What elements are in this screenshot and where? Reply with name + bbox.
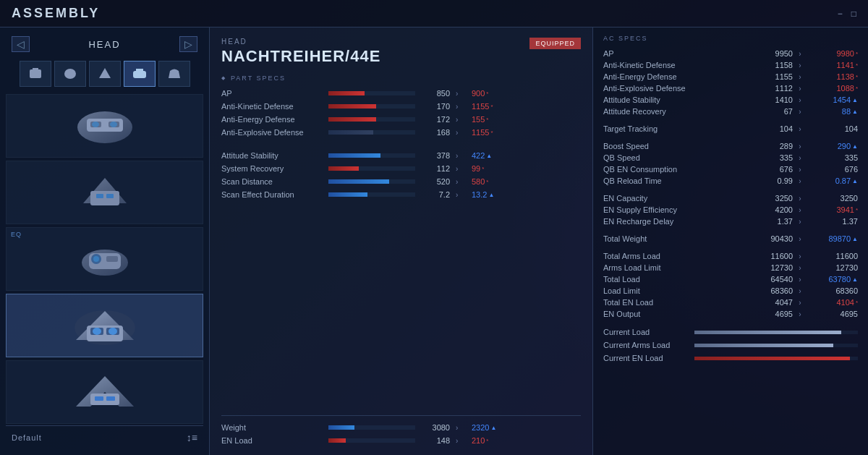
part-tab-4[interactable] <box>124 61 156 87</box>
spec-value-scan-distance: 520 <box>421 177 450 186</box>
ac-spec-row-total-en-load: Total EN Load 4047 › 4104 * <box>603 297 858 308</box>
spec-new-value-ap: 900 * <box>472 89 511 98</box>
ac-spec-arrow-boost-speed: › <box>793 143 807 150</box>
ac-spec-row-anti-kinetic: Anti-Kinetic Defense 1158 › 1141 * <box>603 59 858 71</box>
ac-spec-new-attitude-stability: 1454 ▲ <box>807 95 858 104</box>
ac-bar-fill-current-arms-load <box>694 344 833 347</box>
spec-bar-fill-anti-energy <box>328 117 376 122</box>
spec-bar-fill-scan-effect-duration <box>328 192 367 197</box>
ac-spec-name-qb-en-consumption: QB EN Consumption <box>603 165 749 174</box>
ac-spec-new-qb-speed: 335 <box>807 153 858 162</box>
list-item[interactable] <box>6 294 203 357</box>
middle-panel: HEAD NACHTREIHER/44E EQUIPPED PART SPECS… <box>210 27 593 455</box>
ac-spec-row-total-arms-load: Total Arms Load 11600 › 11600 <box>603 250 858 262</box>
svg-point-13 <box>92 122 99 127</box>
ac-spec-current-total-load: 64540 <box>749 275 793 284</box>
ac-spec-name-anti-energy: Anti-Energy Defense <box>603 72 749 81</box>
restore-button[interactable]: □ <box>851 9 856 19</box>
spec-row-system-recovery: System Recovery 112 › 99 * <box>221 164 581 173</box>
parts-list <box>6 94 203 425</box>
ac-spec-new-load-limit: 68360 <box>807 286 858 295</box>
ac-spec-new-boost-speed: 290 ▲ <box>807 142 858 150</box>
ac-spec-current-arms-load-limit: 12730 <box>749 263 793 272</box>
part-image-3 <box>61 234 148 284</box>
ac-spec-row-ap: AP 9950 › 9980 * <box>603 48 858 59</box>
svg-marker-4 <box>99 68 111 78</box>
sort-icon[interactable]: ↕≡ <box>187 432 197 443</box>
ac-spec-name-ap: AP <box>603 49 749 58</box>
ac-spec-row-qb-speed: QB Speed 335 › 335 <box>603 152 858 163</box>
content-area: ◁ HEAD ▷ <box>0 27 868 455</box>
ac-spec-name-total-arms-load: Total Arms Load <box>603 252 749 260</box>
ac-spec-new-en-recharge-delay: 1.37 <box>807 217 858 226</box>
list-item[interactable] <box>6 227 203 291</box>
ac-specs-label: AC SPECS <box>603 35 858 42</box>
part-tab-3[interactable] <box>89 61 121 87</box>
ac-spec-row-target-tracking: Target Tracking 104 › 104 <box>603 123 858 135</box>
ac-spec-arrow-total-arms-load: › <box>793 252 807 260</box>
ac-spec-name-load-limit: Load Limit <box>603 286 749 295</box>
ac-spec-current-qb-en-consumption: 676 <box>749 165 793 174</box>
ac-spec-name-total-weight: Total Weight <box>603 234 749 243</box>
spec-arrow-anti-explosive: › <box>456 129 466 137</box>
ac-spec-row-en-output: EN Output 4695 › 4695 <box>603 308 858 320</box>
list-item[interactable] <box>6 94 203 158</box>
spec-row-attitude-stability: Attitude Stability 378 › 422 ▲ <box>221 151 581 160</box>
ac-spec-new-anti-energy: 1138 * <box>807 72 858 81</box>
ac-spec-new-en-output: 4695 <box>807 310 858 318</box>
spec-label-en-load: EN Load <box>221 436 323 445</box>
ac-spec-current-anti-kinetic: 1158 <box>749 61 793 69</box>
spec-bar-en-load <box>328 438 415 443</box>
ac-spec-name-anti-explosive: Anti-Explosive Defense <box>603 84 749 93</box>
ac-spec-current-ap: 9950 <box>749 49 793 58</box>
ac-spec-current-en-recharge-delay: 1.37 <box>749 217 793 226</box>
ac-spec-arrow-qb-reload-time: › <box>793 177 807 185</box>
spec-new-value-scan-distance: 580 * <box>472 177 511 186</box>
ac-spec-new-en-supply-efficiency: 3941 * <box>807 205 858 214</box>
svg-point-29 <box>93 328 101 335</box>
spec-new-value-system-recovery: 99 * <box>472 164 511 173</box>
svg-point-14 <box>110 122 117 127</box>
list-item[interactable] <box>6 360 203 424</box>
svg-point-22 <box>93 256 99 262</box>
ac-spec-name-anti-kinetic: Anti-Kinetic Defense <box>603 61 749 69</box>
part-tab-5[interactable] <box>158 61 190 87</box>
ac-spec-new-qb-reload-time: 0.87 ▲ <box>807 177 858 185</box>
spec-bar-anti-explosive <box>328 130 415 135</box>
minimize-button[interactable]: − <box>838 9 843 19</box>
ac-spec-row-total-load: Total Load 64540 › 63780 ▲ <box>603 273 858 285</box>
part-tab-1[interactable] <box>20 61 51 87</box>
nav-right-button[interactable]: ▷ <box>179 36 197 52</box>
spec-bar-fill-system-recovery <box>328 166 359 171</box>
ac-spec-name-target-tracking: Target Tracking <box>603 124 749 133</box>
ac-spec-current-qb-speed: 335 <box>749 153 793 162</box>
ac-spec-current-qb-reload-time: 0.99 <box>749 177 793 185</box>
specs-section-label: PART SPECS <box>221 75 581 82</box>
ac-bar-row-current-load: Current Load <box>603 326 858 339</box>
spec-row-ap: AP 850 › 900 * <box>221 89 581 98</box>
svg-rect-17 <box>96 194 103 198</box>
ac-spec-name-boost-speed: Boost Speed <box>603 142 749 150</box>
spec-new-value-en-load: 210 * <box>472 436 511 445</box>
spec-new-value-attitude-stability: 422 ▲ <box>472 151 511 160</box>
ac-spec-new-anti-explosive: 1088 * <box>807 84 858 93</box>
spec-arrow-ap: › <box>456 90 466 98</box>
ac-spec-new-target-tracking: 104 <box>807 124 858 133</box>
part-type-label: HEAD <box>221 38 380 46</box>
ac-spec-arrow-total-weight: › <box>793 235 807 243</box>
ac-spec-arrow-total-en-load: › <box>793 299 807 307</box>
ac-spec-name-en-capacity: EN Capacity <box>603 194 749 203</box>
part-tab-2[interactable] <box>54 61 86 87</box>
ac-spec-row-boost-speed: Boost Speed 289 › 290 ▲ <box>603 140 858 152</box>
spec-value-anti-energy: 172 <box>421 115 450 124</box>
nav-left-button[interactable]: ◁ <box>12 36 30 52</box>
spec-arrow-anti-energy: › <box>456 116 466 124</box>
spec-bar-weight <box>328 425 415 430</box>
ac-bar-row-current-en-load: Current EN Load <box>603 352 858 365</box>
ac-spec-current-total-en-load: 4047 <box>749 298 793 307</box>
ac-spec-name-attitude-stability: Attitude Stability <box>603 95 749 104</box>
ac-spec-new-ap: 9980 * <box>807 49 858 58</box>
ac-spec-current-en-capacity: 3250 <box>749 194 793 203</box>
list-item[interactable] <box>6 161 203 224</box>
part-image-2 <box>61 167 148 218</box>
